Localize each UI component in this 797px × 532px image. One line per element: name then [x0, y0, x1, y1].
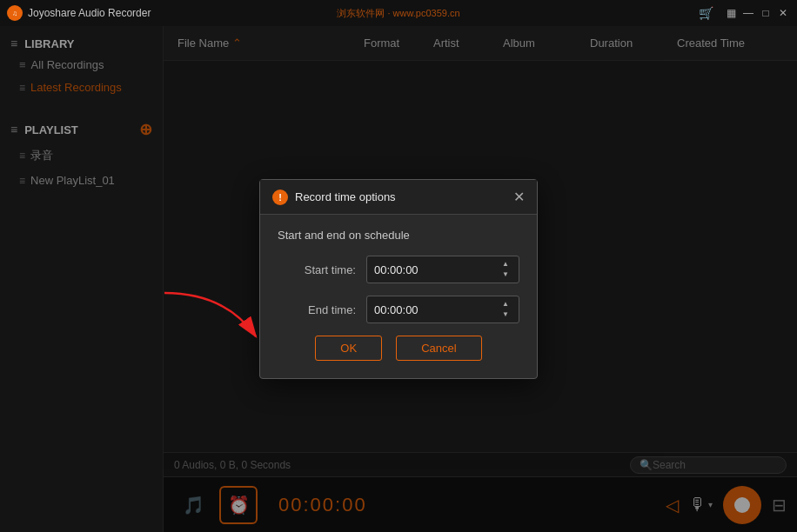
dialog-subtitle: Start and end on schedule: [278, 229, 519, 242]
end-time-input[interactable]: [374, 303, 444, 316]
app-title: Joyoshare Audio Recorder: [28, 7, 151, 19]
arrow-annotation: [156, 284, 260, 354]
end-time-spinners: ▲ ▼: [499, 300, 512, 319]
end-time-up[interactable]: ▲: [499, 300, 512, 309]
end-time-row: End time: ▲ ▼: [278, 296, 519, 323]
start-time-spinners: ▲ ▼: [499, 260, 512, 279]
grid-icon[interactable]: ▦: [724, 6, 738, 20]
window-controls: 🛒 ▦ — □ ✕: [699, 6, 790, 20]
start-time-down[interactable]: ▼: [499, 270, 512, 279]
watermark: 浏东软件网 · www.pc0359.cn: [337, 7, 459, 20]
cancel-button[interactable]: Cancel: [396, 336, 481, 361]
ok-button[interactable]: OK: [315, 336, 382, 361]
end-time-label: End time:: [278, 303, 356, 316]
dialog-icon: !: [272, 190, 288, 205]
start-time-input[interactable]: [374, 263, 444, 276]
svg-text:♫: ♫: [12, 10, 17, 17]
cart-icon[interactable]: 🛒: [699, 6, 713, 20]
end-time-down[interactable]: ▼: [499, 310, 512, 319]
maximize-button[interactable]: □: [759, 6, 773, 20]
title-bar: ♫ Joyoshare Audio Recorder 浏东软件网 · www.p…: [0, 0, 797, 26]
minimize-button[interactable]: —: [741, 6, 755, 20]
close-button[interactable]: ✕: [776, 6, 790, 20]
end-time-input-wrap: ▲ ▼: [366, 296, 519, 323]
start-time-row: Start time: ▲ ▼: [278, 256, 519, 283]
start-time-up[interactable]: ▲: [499, 260, 512, 269]
dialog-title-bar: ! Record time options ✕: [260, 180, 537, 215]
dialog-buttons: OK Cancel: [278, 336, 519, 364]
dialog-body: Start and end on schedule Start time: ▲ …: [260, 215, 537, 378]
dialog-title: Record time options: [295, 190, 396, 203]
dialog-overlay: ! Record time options ✕ Start and end on…: [0, 26, 797, 532]
app-icon: ♫: [7, 5, 23, 21]
dialog-close-button[interactable]: ✕: [513, 189, 525, 205]
start-time-input-wrap: ▲ ▼: [366, 256, 519, 283]
start-time-label: Start time:: [278, 263, 356, 276]
record-time-options-dialog: ! Record time options ✕ Start and end on…: [259, 179, 538, 379]
